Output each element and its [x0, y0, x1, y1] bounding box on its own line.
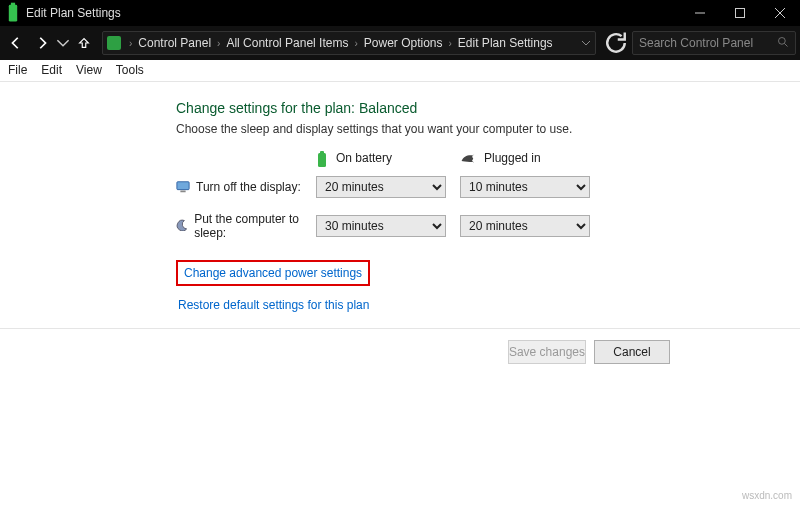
cancel-button[interactable]: Cancel: [594, 340, 670, 364]
menubar: File Edit View Tools: [0, 60, 800, 81]
svg-rect-4: [318, 153, 326, 167]
display-battery-select[interactable]: 20 minutes: [316, 176, 446, 198]
breadcrumb[interactable]: › Control Panel › All Control Panel Item…: [102, 31, 596, 55]
menu-edit[interactable]: Edit: [41, 63, 62, 77]
page-subtext: Choose the sleep and display settings th…: [176, 122, 766, 136]
plug-icon: [460, 152, 476, 164]
battery-icon: [316, 150, 328, 166]
control-panel-icon: [107, 36, 121, 50]
column-on-battery: On battery: [336, 151, 392, 165]
navbar: › Control Panel › All Control Panel Item…: [0, 26, 800, 60]
chevron-down-icon[interactable]: [581, 38, 591, 48]
up-button[interactable]: [72, 31, 96, 55]
maximize-button[interactable]: [720, 0, 760, 26]
menu-tools[interactable]: Tools: [116, 63, 144, 77]
battery-app-icon: [6, 6, 20, 20]
breadcrumb-item[interactable]: Power Options: [364, 36, 443, 50]
window-title: Edit Plan Settings: [26, 6, 680, 20]
close-button[interactable]: [760, 0, 800, 26]
svg-rect-6: [177, 182, 189, 190]
column-plugged-in: Plugged in: [484, 151, 541, 165]
sleep-plugged-select[interactable]: 20 minutes: [460, 215, 590, 237]
content-area: Change settings for the plan: Balanced C…: [0, 81, 800, 375]
page-heading: Change settings for the plan: Balanced: [176, 100, 766, 116]
svg-rect-1: [11, 3, 15, 6]
svg-rect-7: [180, 191, 185, 193]
save-button: Save changes: [508, 340, 586, 364]
back-button[interactable]: [4, 31, 28, 55]
change-advanced-power-settings-link[interactable]: Change advanced power settings: [176, 260, 370, 286]
display-icon: [176, 180, 190, 194]
watermark: wsxdn.com: [742, 490, 792, 501]
menu-view[interactable]: View: [76, 63, 102, 77]
breadcrumb-item[interactable]: All Control Panel Items: [226, 36, 348, 50]
minimize-button[interactable]: [680, 0, 720, 26]
svg-rect-5: [320, 151, 324, 154]
svg-point-3: [779, 37, 786, 44]
restore-defaults-link[interactable]: Restore default settings for this plan: [178, 298, 369, 312]
recent-locations-button[interactable]: [56, 31, 70, 55]
breadcrumb-item[interactable]: Edit Plan Settings: [458, 36, 553, 50]
chevron-right-icon: ›: [449, 38, 452, 49]
breadcrumb-item[interactable]: Control Panel: [138, 36, 211, 50]
search-placeholder: Search Control Panel: [639, 36, 753, 50]
titlebar: Edit Plan Settings: [0, 0, 800, 26]
sleep-battery-select[interactable]: 30 minutes: [316, 215, 446, 237]
forward-button[interactable]: [30, 31, 54, 55]
sleep-icon: [176, 219, 188, 233]
svg-rect-0: [9, 5, 17, 22]
row-sleep-label: Put the computer to sleep:: [194, 212, 316, 240]
chevron-right-icon: ›: [354, 38, 357, 49]
svg-rect-2: [736, 9, 745, 18]
refresh-button[interactable]: [602, 31, 630, 55]
chevron-right-icon: ›: [129, 38, 132, 49]
search-input[interactable]: Search Control Panel: [632, 31, 796, 55]
chevron-right-icon: ›: [217, 38, 220, 49]
display-plugged-select[interactable]: 10 minutes: [460, 176, 590, 198]
search-icon: [777, 36, 789, 51]
menu-file[interactable]: File: [8, 63, 27, 77]
footer: Save changes Cancel: [0, 328, 800, 375]
row-display-label: Turn off the display:: [196, 180, 301, 194]
